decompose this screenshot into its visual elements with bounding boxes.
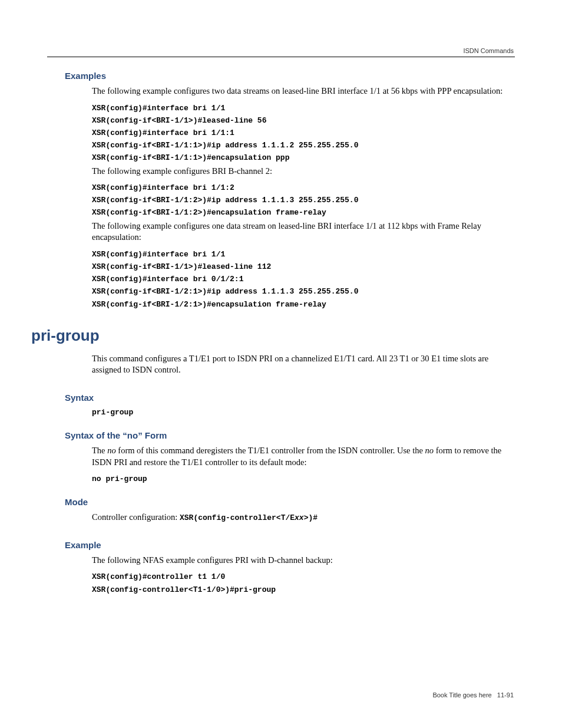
examples-intro-3: The following example configures one dat… <box>92 220 515 243</box>
examples-code-1-line-4: XSR(config-if<BRI-1/1:1>)#ip address 1.1… <box>92 140 515 151</box>
syntax-no-italic-2: no <box>425 446 434 455</box>
footer-book-title: Book Title goes here <box>432 691 491 699</box>
examples-code-3-line-5: XSR(config-if<BRI-1/2:1>)#encapsulation … <box>92 299 515 310</box>
example-code-line-2: XSR(config-controller<T1-1/0>)#pri-group <box>92 585 515 595</box>
syntax-no-code: no pri-group <box>92 474 515 485</box>
syntax-code: pri-group <box>92 407 515 418</box>
mode-heading: Mode <box>65 497 515 507</box>
syntax-no-heading: Syntax of the “no” Form <box>65 430 515 440</box>
example-code-line-1: XSR(config)#controller t1 1/0 <box>92 572 515 582</box>
examples-code-2-line-2: XSR(config-if<BRI-1/1:2>)#ip address 1.1… <box>92 195 515 206</box>
examples-code-2-line-3: XSR(config-if<BRI-1/1:2>)#encapsulation … <box>92 207 515 218</box>
syntax-no-mid: form of this command deregisters the T1/… <box>116 446 425 455</box>
mode-code-pre: XSR(config-controller<T/E <box>180 513 295 522</box>
examples-code-3-line-4: XSR(config-if<BRI-1/2:1>)#ip address 1.1… <box>92 286 515 297</box>
examples-code-1-line-5: XSR(config-if<BRI-1/1:1>)#encapsulation … <box>92 153 515 163</box>
syntax-no-pre: The <box>92 446 107 455</box>
examples-code-2-line-1: XSR(config)#interface bri 1/1:2 <box>92 183 515 193</box>
page-content: Examples The following example configure… <box>92 71 515 595</box>
examples-code-3-line-1: XSR(config)#interface bri 1/1 <box>92 249 515 260</box>
mode-pre: Controller configuration: <box>92 512 180 522</box>
header-category: ISDN Commands <box>463 47 514 54</box>
examples-code-3-line-3: XSR(config)#interface bri 0/1/2:1 <box>92 274 515 285</box>
examples-intro-2: The following example configures BRI B-c… <box>92 166 515 177</box>
examples-code-1-line-3: XSR(config)#interface bri 1/1:1 <box>92 128 515 139</box>
examples-code-3-line-2: XSR(config-if<BRI-1/1>)#leased-line 112 <box>92 262 515 272</box>
mode-code-var: xx <box>295 513 304 522</box>
footer-page-number: 11-91 <box>497 691 514 699</box>
mode-code-post: >)# <box>304 513 318 522</box>
pri-group-desc: This command configures a T1/E1 port to … <box>92 353 515 376</box>
syntax-no-desc: The no form of this command deregisters … <box>92 445 515 468</box>
examples-code-1-line-2: XSR(config-if<BRI-1/1>)#leased-line 56 <box>92 116 515 126</box>
examples-code-1-line-1: XSR(config)#interface bri 1/1 <box>92 103 515 114</box>
page-footer: Book Title goes here 11-91 <box>432 691 514 699</box>
examples-intro-1: The following example configures two dat… <box>92 85 515 97</box>
examples-heading: Examples <box>65 71 515 81</box>
mode-desc: Controller configuration: XSR(config-con… <box>92 512 515 523</box>
header-rule <box>47 57 515 57</box>
example-intro: The following NFAS example configures PR… <box>92 555 515 566</box>
example-heading: Example <box>65 540 515 550</box>
pri-group-title: pri-group <box>31 327 515 345</box>
syntax-no-italic-1: no <box>107 446 116 455</box>
syntax-heading: Syntax <box>65 393 515 403</box>
